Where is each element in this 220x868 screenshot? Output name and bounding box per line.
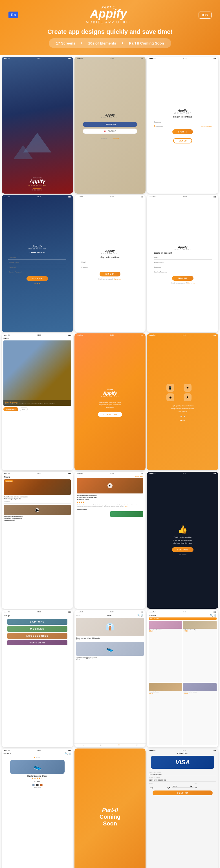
more-details-shoes[interactable]: More Details — [34, 787, 41, 788]
password-input-ca1[interactable] — [8, 266, 66, 269]
womens-product-1[interactable]: Purple Sleeveless Dress $44.99 — [149, 621, 182, 682]
shirt-product-image: 👔 — [76, 618, 144, 636]
card-number-input[interactable] — [149, 779, 216, 782]
ca2-heading: Create an account — [150, 252, 172, 254]
video-play-icon[interactable]: ▶ — [107, 483, 113, 488]
signin-btn[interactable]: SIGN IN — [172, 129, 193, 134]
cart-icon[interactable]: 🛒 — [141, 614, 144, 617]
cvv-input[interactable] — [195, 786, 216, 789]
play-icon: ▶ — [35, 508, 39, 512]
cpw-ca2[interactable] — [154, 270, 212, 274]
signup-btn[interactable]: SIGN UP — [173, 138, 192, 144]
signup-link[interactable]: SIGN UP — [113, 137, 119, 139]
signal: ●●●● Bull — [4, 58, 10, 59]
signup-now-link[interactable]: Sign up now — [114, 278, 121, 280]
dl-desc: High-quality, clean and sharptemplates f… — [99, 401, 121, 409]
womens-product-2[interactable]: Embroidered Casual Top $44.99 — [183, 621, 217, 682]
download-btn[interactable]: DOWNLOAD — [98, 412, 122, 417]
feature-2: 10s of Elements — [88, 41, 116, 45]
confirm-password-input[interactable] — [8, 270, 66, 274]
shop-accessories-item[interactable]: ACCESSORIES — [7, 633, 67, 639]
womens-product-4[interactable]: High heel fashion sandals $44.99 — [183, 683, 217, 745]
status-bar-welcome: ●●●● Bull 01:26 ▮▮▮ — [2, 57, 73, 60]
mens-tab-bar: ⌂ ⊕ ☰ ♡ — [75, 743, 146, 747]
expiry-year-select[interactable]: 2020 — [172, 785, 193, 788]
screen-welcome: ●●●● Bull 01:26 ▮▮▮ Welcome to Appify MO… — [2, 57, 73, 194]
screen-part2: Part-II ComingSoon — [75, 748, 146, 868]
cart-icon-w[interactable]: 🛒 — [214, 614, 217, 617]
screen-row-2: ●●●● Bull 01:26 ▮▮▮ Appify MOBILE APP UI… — [2, 195, 218, 332]
forgot-link[interactable]: Forgot Password — [201, 125, 212, 127]
map-btn[interactable]: Map — [20, 407, 28, 411]
checkmark-icon: ✓ — [154, 126, 155, 127]
expiry-month-select[interactable]: Sep — [149, 786, 171, 789]
password-input[interactable] — [154, 120, 212, 124]
have-account-text: Already have an account? Sign in now — [171, 282, 195, 284]
cvv-label: CVV — [195, 783, 216, 784]
video-content: Watch Video ▶ Morbi pellentesque eleifen… — [75, 472, 146, 609]
cart-icon-s[interactable]: 🛒 — [68, 752, 71, 755]
signup-btn-ca2[interactable]: SIGN UP — [172, 276, 193, 281]
google-btn[interactable]: G+ GOOGLE — [83, 128, 137, 134]
no-thanks-link[interactable]: No Thanks — [179, 554, 187, 555]
pw-ca2[interactable] — [154, 266, 212, 269]
see-now-btn[interactable]: SEE NOW — [172, 547, 193, 552]
men-nav-label: Men — [107, 614, 111, 616]
remember-check: ✓ — [154, 125, 156, 127]
screen-create-account-2: ●●●● AT&T 01:37 ▮▮▮ Appify MOBILE APP UI… — [147, 195, 218, 332]
color-brown[interactable] — [40, 784, 43, 786]
tab-search[interactable]: ⊕ — [100, 744, 102, 747]
shoe-img-icon: 👟 — [33, 763, 41, 771]
email-ca2[interactable] — [154, 261, 212, 265]
search-icon-s[interactable]: 🔍 — [65, 752, 68, 755]
confirm-btn[interactable]: CONFIRM — [153, 790, 213, 795]
name-ca2[interactable] — [154, 256, 212, 259]
shop-menswear-item[interactable]: MEN'S WEAR — [7, 640, 67, 645]
search-icon-w[interactable]: 🔍 — [210, 614, 213, 617]
shop-laptops-item[interactable]: LAPTOPS — [7, 619, 67, 625]
bat7: ▮▮▮ — [68, 334, 71, 336]
skip-btn[interactable]: SKIP — [180, 420, 186, 421]
tab-home[interactable]: ⌂ — [82, 744, 83, 747]
password-si[interactable] — [81, 266, 139, 269]
bat4: ▮▮▮ — [68, 196, 71, 197]
slides-title: Slides — [3, 337, 71, 339]
welcome-content: Welcome to Appify MOBILE APP UI KIT LOAD… — [2, 174, 73, 194]
sb-16: ●●●● Bull 01:26 ▮▮▮ — [2, 748, 73, 752]
coming-soon-text: ComingSoon — [100, 813, 120, 827]
more-details-btn[interactable]: More Details — [3, 407, 18, 411]
tab-shop[interactable]: ☰ — [118, 744, 119, 747]
sig5: ●●●● Dod — [77, 196, 83, 197]
color-blue[interactable] — [32, 784, 35, 786]
womens-header: Women 🔍 🛒 — [149, 614, 217, 617]
signin-now-link[interactable]: Sign in now — [187, 282, 195, 284]
signin-link-ca1[interactable]: SIGN IN — [34, 283, 40, 284]
shoes-carousel-dots — [34, 757, 40, 758]
fb-label: FACEBOOK — [106, 123, 116, 125]
email-si[interactable] — [81, 260, 139, 264]
username-input[interactable] — [8, 256, 66, 259]
bat5: ▮▮▮ — [141, 196, 143, 197]
onboard-dots — [181, 416, 185, 417]
signin-btn-si[interactable]: SIGN IN — [100, 272, 120, 276]
remember-label: Remember — [156, 125, 163, 127]
email-input[interactable] — [8, 261, 66, 265]
womens-product-3[interactable]: Poncho for Woman $44.99 — [149, 683, 182, 745]
color-black[interactable] — [36, 784, 39, 786]
search-icon[interactable]: 🔍 — [137, 614, 140, 617]
t14: 01:26 — [110, 611, 114, 613]
screen-login: ●●●● Bolt 01:26 ▮▮▮ Appify MOBILE APP UI… — [147, 57, 218, 194]
cardholder-name-input[interactable] — [149, 773, 216, 776]
sig11: ●●●● Dod — [77, 473, 83, 474]
shop-mobiles-item[interactable]: MOBILES — [7, 626, 67, 632]
more-link[interactable]: More » — [125, 506, 128, 507]
tab-profile[interactable]: ♡ — [136, 744, 138, 747]
signup-btn-ca1[interactable]: SIGN UP — [27, 276, 48, 281]
bat16: ▮▮▮ — [68, 749, 71, 751]
sb-5: ●●●● Dod 01:26 ▮▮▮ — [75, 195, 146, 198]
google-label: GOOGLE — [108, 130, 116, 132]
fb-btn[interactable]: f FACEBOOK — [83, 122, 137, 127]
signin-link[interactable]: SIGN IN — [101, 137, 107, 139]
t11: 01:26 — [110, 473, 114, 474]
ca1-heading: Create Account — [30, 251, 45, 254]
